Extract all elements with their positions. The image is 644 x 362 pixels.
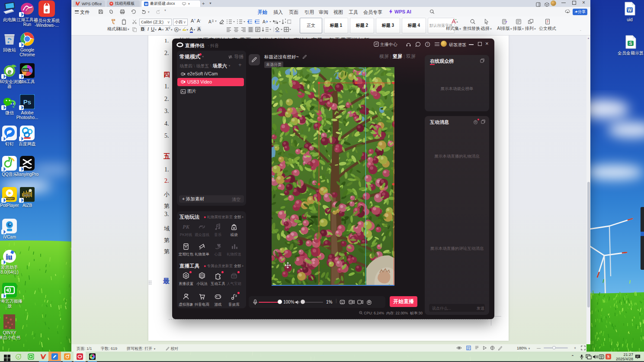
svg-text:?: ?: [426, 42, 428, 46]
svg-text:OBS: OBS: [23, 69, 29, 71]
svg-text:e: e: [45, 6, 48, 13]
svg-text:Ps: Ps: [23, 98, 31, 106]
svg-text:iu: iu: [6, 252, 12, 261]
svg-text:AIZB-3: AIZB-3: [24, 194, 31, 197]
svg-text:Player: Player: [5, 197, 14, 200]
svg-text:A: A: [263, 19, 266, 24]
svg-text:PK: PK: [183, 224, 189, 230]
svg-text:e: e: [8, 67, 11, 76]
svg-text:A: A: [208, 19, 211, 24]
svg-text:W: W: [145, 2, 148, 6]
svg-text:e: e: [18, 355, 19, 359]
svg-text:S: S: [629, 41, 632, 46]
svg-text:W: W: [628, 8, 632, 13]
